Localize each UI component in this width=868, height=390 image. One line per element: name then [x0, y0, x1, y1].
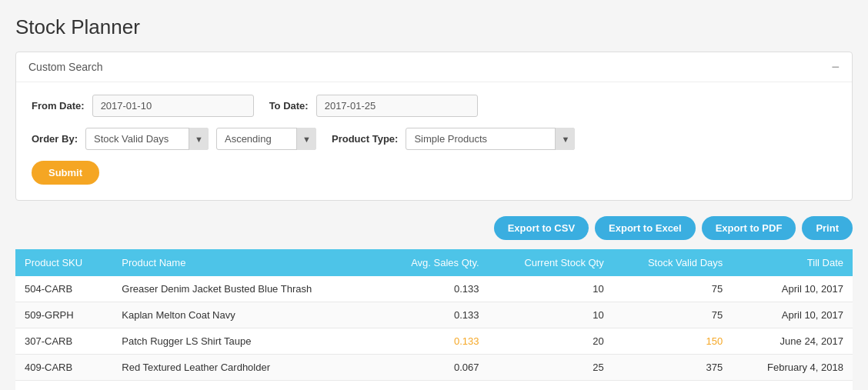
cell-sku: 509-GRPH — [15, 302, 112, 328]
order-by-select-wrapper: Stock Valid Days Product SKU Product Nam… — [85, 128, 209, 150]
cell-name: Waffle Hood Knit Olive — [112, 381, 378, 391]
header-row: Product SKU Product Name Avg. Sales Qty.… — [15, 249, 853, 276]
cell-valid-days: 150 — [613, 328, 733, 355]
cell-current-stock: 10 — [489, 276, 613, 302]
cell-valid-days: 75 — [613, 302, 733, 328]
to-date-input[interactable] — [316, 95, 478, 117]
to-date-label: To Date: — [269, 100, 309, 112]
search-panel-body: From Date: To Date: Order By: Stock Vali… — [16, 82, 852, 200]
collapse-button[interactable]: − — [831, 60, 840, 74]
cell-name: Greaser Denim Jacket Busted Blue Thrash — [112, 276, 378, 302]
cell-valid-days: 450 — [613, 381, 733, 391]
cell-sku: 504-CARB — [15, 276, 112, 302]
stock-table: Product SKU Product Name Avg. Sales Qty.… — [15, 249, 853, 390]
search-panel-title: Custom Search — [28, 61, 102, 73]
date-row: From Date: To Date: — [32, 95, 836, 117]
product-type-select[interactable]: Simple Products Configurable Products Al… — [406, 128, 575, 150]
cell-till-date: April 10, 2017 — [732, 276, 853, 302]
order-by-label: Order By: — [32, 133, 78, 145]
product-type-group: Product Type: Simple Products Configurab… — [332, 128, 575, 150]
col-name: Product Name — [112, 249, 378, 276]
col-valid-days: Stock Valid Days — [613, 249, 733, 276]
search-panel-header: Custom Search − — [16, 52, 852, 82]
table-row: 307-CARB Patch Rugger LS Shirt Taupe 0.1… — [15, 328, 853, 355]
col-till-date: Till Date — [732, 249, 853, 276]
cell-valid-days: 75 — [613, 276, 733, 302]
cell-till-date: February 4, 2018 — [732, 355, 853, 381]
cell-sku: 307-CARB — [15, 328, 112, 355]
cell-avg-qty: 0.133 — [378, 381, 488, 391]
cell-current-stock: 10 — [489, 302, 613, 328]
order-row: Order By: Stock Valid Days Product SKU P… — [32, 128, 836, 150]
cell-till-date: June 24, 2017 — [732, 328, 853, 355]
print-button[interactable]: Print — [802, 216, 853, 240]
cell-avg-qty: 0.133 — [378, 276, 488, 302]
from-date-label: From Date: — [32, 100, 85, 112]
cell-current-stock: 60 — [489, 381, 613, 391]
cell-till-date: April 20, 2018 — [732, 381, 853, 391]
search-panel: Custom Search − From Date: To Date: Orde… — [15, 52, 853, 201]
toolbar: Export to CSV Export to Excel Export to … — [15, 216, 853, 240]
export-csv-button[interactable]: Export to CSV — [494, 216, 589, 240]
cell-valid-days: 375 — [613, 355, 733, 381]
table-header: Product SKU Product Name Avg. Sales Qty.… — [15, 249, 853, 276]
cell-avg-qty: 0.133 — [378, 302, 488, 328]
direction-select-wrapper: Ascending Descending ▼ — [216, 128, 316, 150]
page-title: Stock Planner — [15, 15, 853, 39]
submit-button[interactable]: Submit — [32, 161, 99, 185]
cell-current-stock: 25 — [489, 355, 613, 381]
export-pdf-button[interactable]: Export to PDF — [702, 216, 796, 240]
col-sku: Product SKU — [15, 249, 112, 276]
cell-till-date: April 10, 2017 — [732, 302, 853, 328]
cell-avg-qty: 0.067 — [378, 355, 488, 381]
order-by-select[interactable]: Stock Valid Days Product SKU Product Nam… — [85, 128, 209, 150]
product-type-label: Product Type: — [332, 133, 398, 145]
from-date-input[interactable] — [92, 95, 254, 117]
cell-sku: 409-CARB — [15, 355, 112, 381]
table-row: 489-RTLC Waffle Hood Knit Olive 0.133 60… — [15, 381, 853, 391]
export-excel-button[interactable]: Export to Excel — [595, 216, 696, 240]
table-body: 504-CARB Greaser Denim Jacket Busted Blu… — [15, 276, 853, 390]
cell-name: Red Textured Leather Cardholder — [112, 355, 378, 381]
from-date-group: From Date: — [32, 95, 254, 117]
order-by-group: Order By: Stock Valid Days Product SKU P… — [32, 128, 316, 150]
col-avg-qty: Avg. Sales Qty. — [378, 249, 488, 276]
cell-sku: 489-RTLC — [15, 381, 112, 391]
table-row: 504-CARB Greaser Denim Jacket Busted Blu… — [15, 276, 853, 302]
cell-avg-qty: 0.133 — [378, 328, 488, 355]
direction-select[interactable]: Ascending Descending — [216, 128, 316, 150]
cell-name: Kaplan Melton Coat Navy — [112, 302, 378, 328]
col-current-stock: Current Stock Qty — [489, 249, 613, 276]
table-row: 409-CARB Red Textured Leather Cardholder… — [15, 355, 853, 381]
product-type-select-wrapper: Simple Products Configurable Products Al… — [406, 128, 575, 150]
to-date-group: To Date: — [269, 95, 478, 117]
cell-name: Patch Rugger LS Shirt Taupe — [112, 328, 378, 355]
table-row: 509-GRPH Kaplan Melton Coat Navy 0.133 1… — [15, 302, 853, 328]
cell-current-stock: 20 — [489, 328, 613, 355]
